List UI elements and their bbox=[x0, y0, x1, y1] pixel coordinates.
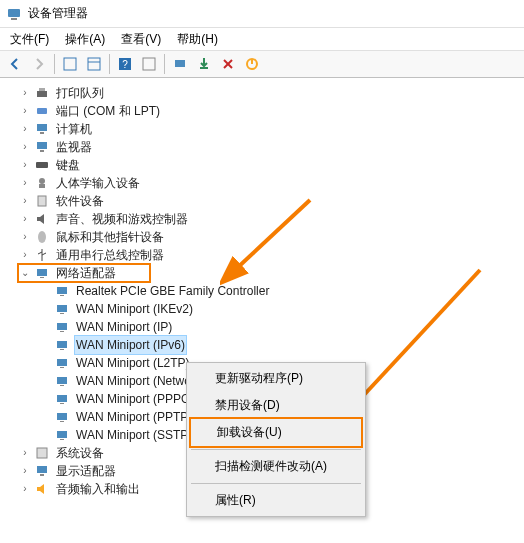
svg-rect-25 bbox=[37, 269, 47, 276]
svg-rect-42 bbox=[60, 421, 64, 422]
network-adapter-icon bbox=[54, 391, 70, 407]
network-adapter-icon bbox=[54, 373, 70, 389]
svg-rect-0 bbox=[8, 9, 20, 17]
svg-rect-31 bbox=[57, 323, 67, 330]
toolbar-icon-2[interactable] bbox=[83, 53, 105, 75]
usb-icon bbox=[34, 247, 50, 263]
svg-rect-45 bbox=[37, 448, 47, 458]
tree-item-keyboards[interactable]: ›键盘 bbox=[18, 156, 522, 174]
tree-item-computer[interactable]: ›计算机 bbox=[18, 120, 522, 138]
ctx-update-driver[interactable]: 更新驱动程序(P) bbox=[189, 365, 363, 392]
svg-rect-46 bbox=[37, 466, 47, 473]
title-bar: 设备管理器 bbox=[0, 0, 524, 28]
svg-rect-33 bbox=[57, 341, 67, 348]
ctx-scan-hardware[interactable]: 扫描检测硬件改动(A) bbox=[189, 453, 363, 480]
tree-item-print-queues[interactable]: ›打印队列 bbox=[18, 84, 522, 102]
tree-item-hid[interactable]: ›人体学输入设备 bbox=[18, 174, 522, 192]
svg-rect-26 bbox=[40, 277, 44, 278]
tree-item-software-devices[interactable]: ›软件设备 bbox=[18, 192, 522, 210]
disable-icon[interactable] bbox=[241, 53, 263, 75]
svg-point-24 bbox=[38, 231, 46, 243]
tree-item-na-2[interactable]: WAN Miniport (IP) bbox=[38, 318, 522, 336]
network-adapter-icon bbox=[54, 319, 70, 335]
svg-rect-16 bbox=[37, 124, 47, 131]
svg-rect-23 bbox=[38, 196, 46, 206]
network-adapter-icon bbox=[54, 427, 70, 443]
system-icon bbox=[34, 445, 50, 461]
svg-rect-29 bbox=[57, 305, 67, 312]
svg-rect-2 bbox=[64, 58, 76, 70]
ctx-properties[interactable]: 属性(R) bbox=[189, 487, 363, 514]
chevron-down-icon[interactable]: ⌄ bbox=[18, 265, 32, 281]
help-icon[interactable]: ? bbox=[114, 53, 136, 75]
toolbar-icon-4[interactable] bbox=[138, 53, 160, 75]
tree-item-na-3[interactable]: WAN Miniport (IPv6) bbox=[38, 336, 522, 354]
speaker-icon bbox=[34, 211, 50, 227]
monitor-icon bbox=[34, 121, 50, 137]
svg-rect-41 bbox=[57, 413, 67, 420]
menu-help[interactable]: 帮助(H) bbox=[171, 29, 224, 50]
ctx-disable-device[interactable]: 禁用设备(D) bbox=[189, 392, 363, 419]
svg-rect-34 bbox=[60, 349, 64, 350]
svg-rect-37 bbox=[57, 377, 67, 384]
menu-view[interactable]: 查看(V) bbox=[115, 29, 167, 50]
network-adapter-icon bbox=[54, 355, 70, 371]
tree-item-ports[interactable]: ›端口 (COM 和 LPT) bbox=[18, 102, 522, 120]
svg-rect-18 bbox=[37, 142, 47, 149]
menu-separator bbox=[191, 483, 361, 484]
svg-rect-36 bbox=[60, 367, 64, 368]
menu-action[interactable]: 操作(A) bbox=[59, 29, 111, 50]
monitor-icon bbox=[34, 139, 50, 155]
tree-item-na-1[interactable]: WAN Miniport (IKEv2) bbox=[38, 300, 522, 318]
update-icon[interactable] bbox=[193, 53, 215, 75]
network-adapter-icon bbox=[54, 301, 70, 317]
toolbar: ? bbox=[0, 50, 524, 78]
network-adapter-icon bbox=[54, 337, 70, 353]
svg-rect-38 bbox=[60, 385, 64, 386]
svg-rect-15 bbox=[37, 108, 47, 114]
svg-text:?: ? bbox=[122, 59, 128, 70]
network-icon bbox=[34, 265, 50, 281]
app-icon bbox=[6, 6, 22, 22]
tree-item-mouse[interactable]: ›鼠标和其他指针设备 bbox=[18, 228, 522, 246]
svg-rect-14 bbox=[39, 88, 45, 91]
svg-rect-22 bbox=[39, 184, 45, 188]
svg-rect-47 bbox=[40, 474, 44, 476]
svg-rect-3 bbox=[88, 58, 100, 70]
scan-icon[interactable] bbox=[169, 53, 191, 75]
svg-rect-28 bbox=[60, 295, 64, 296]
tree-item-network-adapters[interactable]: ⌄网络适配器 bbox=[18, 264, 150, 282]
svg-rect-20 bbox=[36, 162, 48, 168]
tree-item-usb[interactable]: ›通用串行总线控制器 bbox=[18, 246, 522, 264]
mouse-icon bbox=[34, 229, 50, 245]
svg-rect-43 bbox=[57, 431, 67, 438]
svg-rect-13 bbox=[37, 91, 47, 97]
software-icon bbox=[34, 193, 50, 209]
svg-rect-30 bbox=[60, 313, 64, 314]
port-icon bbox=[34, 103, 50, 119]
window-title: 设备管理器 bbox=[28, 5, 88, 22]
toolbar-icon-1[interactable] bbox=[59, 53, 81, 75]
back-button[interactable] bbox=[4, 53, 26, 75]
svg-rect-44 bbox=[60, 439, 64, 440]
svg-rect-1 bbox=[11, 18, 17, 20]
svg-rect-39 bbox=[57, 395, 67, 402]
menu-separator bbox=[191, 449, 361, 450]
keyboard-icon bbox=[34, 157, 50, 173]
svg-rect-32 bbox=[60, 331, 64, 332]
svg-rect-35 bbox=[57, 359, 67, 366]
ctx-uninstall-device[interactable]: 卸载设备(U) bbox=[189, 417, 363, 448]
context-menu: 更新驱动程序(P) 禁用设备(D) 卸载设备(U) 扫描检测硬件改动(A) 属性… bbox=[186, 362, 366, 517]
network-adapter-icon bbox=[54, 409, 70, 425]
forward-button[interactable] bbox=[28, 53, 50, 75]
tree-item-sound[interactable]: ›声音、视频和游戏控制器 bbox=[18, 210, 522, 228]
tree-item-na-0[interactable]: Realtek PCIe GBE Family Controller bbox=[38, 282, 522, 300]
svg-rect-19 bbox=[40, 150, 44, 152]
svg-rect-27 bbox=[57, 287, 67, 294]
network-adapter-icon bbox=[54, 283, 70, 299]
audio-icon bbox=[34, 481, 50, 497]
tree-item-monitors[interactable]: ›监视器 bbox=[18, 138, 522, 156]
uninstall-icon[interactable] bbox=[217, 53, 239, 75]
svg-rect-7 bbox=[143, 58, 155, 70]
menu-file[interactable]: 文件(F) bbox=[4, 29, 55, 50]
